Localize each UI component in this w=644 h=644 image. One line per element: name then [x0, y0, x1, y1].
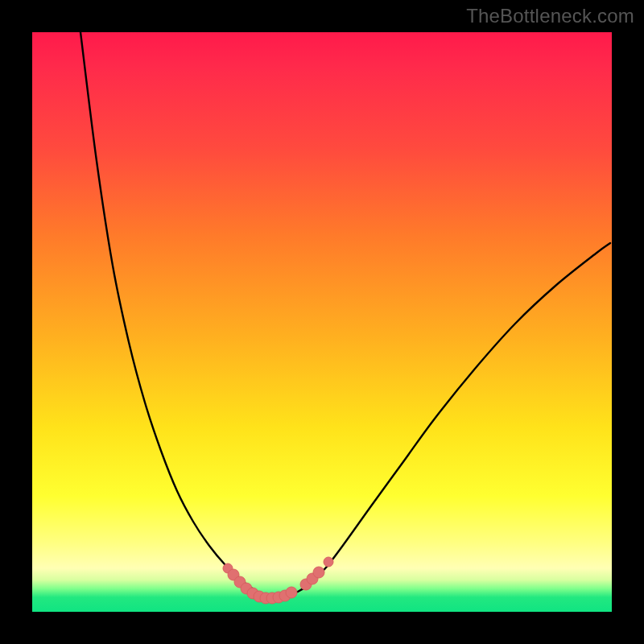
curve-marker	[324, 557, 333, 567]
bottleneck-curve	[80, 32, 610, 597]
plot-area	[32, 32, 612, 612]
watermark-label: TheBottleneck.com	[466, 5, 634, 27]
curve-markers	[223, 557, 333, 604]
curve-marker	[286, 587, 297, 598]
bottleneck-curve-svg	[32, 32, 612, 612]
chart-frame: TheBottleneck.com	[0, 0, 644, 644]
curve-marker	[313, 567, 324, 578]
